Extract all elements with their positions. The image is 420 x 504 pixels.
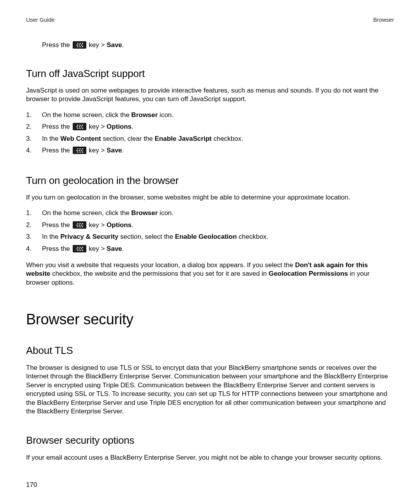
step-number: 2. [26, 122, 32, 131]
step-text: Press the [42, 123, 72, 130]
step-text: key > [87, 123, 107, 130]
menu-key-icon [73, 123, 86, 130]
step-number: 1. [26, 209, 32, 217]
intro-bold: Save [107, 41, 122, 49]
step-bold: Options [107, 221, 131, 229]
step-number: 1. [26, 111, 32, 119]
step-bold: Enable JavaScript [155, 135, 212, 142]
step-text: On the home screen, click the [42, 209, 131, 217]
page-header: User Guide Browser [26, 16, 394, 24]
header-right: Browser [373, 16, 394, 24]
para-security-options: If your email account uses a BlackBerry … [26, 453, 394, 462]
para-js: JavaScript is used on some webpages to p… [26, 86, 394, 104]
step-text: . [131, 123, 133, 130]
heading-browser-security: Browser security [26, 310, 394, 329]
step-text: In the [42, 233, 60, 240]
para-about-tls: The browser is designed to use TLS or SS… [26, 364, 394, 416]
step-number: 4. [26, 245, 32, 253]
step-bold: Enable Geolocation [175, 233, 237, 240]
intro-prefix: Press the [42, 41, 72, 49]
step-text: key > [87, 221, 107, 229]
step-text: section, select the [119, 233, 175, 240]
step-text: key > [87, 147, 107, 154]
step-bold: Browser [131, 111, 158, 119]
steps-geo: 1.On the home screen, click the Browser … [26, 209, 394, 253]
step-text: key > [87, 245, 107, 252]
step-number: 3. [26, 135, 32, 143]
step-item: 1.On the home screen, click the Browser … [26, 209, 394, 217]
para-geo: If you turn on geolocation in the browse… [26, 193, 394, 202]
heading-about-tls: About TLS [26, 344, 394, 357]
step-text: . [122, 147, 124, 154]
step-number: 4. [26, 146, 32, 155]
step-text: In the [42, 135, 60, 142]
geo-after-t2: checkbox, the website and the permission… [52, 270, 269, 277]
menu-key-icon [73, 245, 86, 252]
heading-turn-off-js: Turn off JavaScript support [26, 67, 394, 80]
menu-key-icon [73, 41, 86, 49]
step-bold: Save [107, 147, 122, 154]
step-bold: Web Content [60, 135, 101, 142]
step-text: On the home screen, click the [42, 111, 131, 119]
menu-key-icon [73, 147, 86, 154]
step-text: Press the [42, 147, 72, 154]
step-item: 3.In the Privacy & Security section, sel… [26, 233, 394, 241]
step-text: icon. [158, 209, 174, 217]
step-item: 1.On the home screen, click the Browser … [26, 111, 394, 119]
heading-security-options: Browser security options [26, 434, 394, 447]
intro-line: Press the key > Save. [26, 41, 394, 49]
menu-key-icon [73, 221, 86, 229]
step-item: 4.Press the key > Save. [26, 146, 394, 155]
page-number: 170 [26, 481, 37, 489]
step-text: section, clear the [101, 135, 155, 142]
step-number: 2. [26, 221, 32, 229]
heading-geolocation: Turn on geolocation in the browser [26, 174, 394, 187]
step-text: Press the [42, 221, 72, 229]
step-bold: Browser [131, 209, 158, 217]
para-geo-after: When you visit a website that requests y… [26, 261, 394, 287]
step-item: 2.Press the key > Options. [26, 122, 394, 131]
step-text: checkbox. [212, 135, 243, 142]
steps-js: 1.On the home screen, click the Browser … [26, 111, 394, 155]
step-text: icon. [158, 111, 174, 119]
step-text: . [122, 245, 124, 252]
step-bold: Privacy & Security [60, 233, 118, 240]
intro-after-icon: key > [89, 41, 107, 49]
step-text: . [131, 221, 133, 229]
step-bold: Options [107, 123, 131, 130]
step-number: 3. [26, 233, 32, 241]
step-item: 2.Press the key > Options. [26, 221, 394, 229]
step-bold: Save [107, 245, 122, 252]
header-left: User Guide [26, 16, 54, 24]
step-text: Press the [42, 245, 72, 252]
geo-after-t1: When you visit a website that requests y… [26, 261, 295, 269]
step-item: 3.In the Web Content section, clear the … [26, 135, 394, 143]
geo-after-b2: Geolocation Permissions [269, 270, 348, 277]
intro-suffix: . [122, 41, 124, 49]
step-text: checkbox. [237, 233, 268, 240]
step-item: 4.Press the key > Save. [26, 245, 394, 253]
